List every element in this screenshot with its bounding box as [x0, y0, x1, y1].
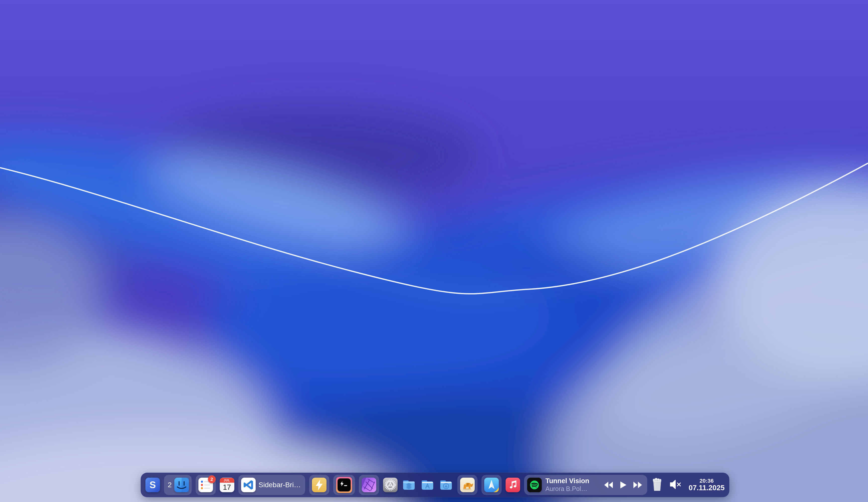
finder-window-count: 2 — [167, 481, 172, 489]
rewind-icon — [604, 481, 613, 489]
fast-forward-icon — [633, 481, 642, 489]
affinity-photo-group[interactable] — [359, 475, 379, 495]
trash-full-icon — [651, 478, 663, 491]
desktop: S 2 — [0, 0, 868, 502]
clock-time: 20:36 — [700, 478, 714, 484]
clock[interactable]: 20:36 07.11.2025 — [689, 478, 725, 492]
spark-mail-icon[interactable] — [484, 478, 499, 492]
terminal-prompt-icon — [338, 478, 351, 491]
spotify-icon[interactable] — [527, 478, 542, 492]
vscode-icon[interactable] — [241, 478, 256, 492]
clock-date: 07.11.2025 — [689, 484, 725, 492]
play-icon — [620, 481, 627, 489]
finder-face-icon — [174, 478, 189, 492]
dock: S 2 — [141, 473, 730, 497]
finder-window-group[interactable]: 2 — [164, 475, 192, 495]
spark-mail-group[interactable] — [482, 475, 502, 495]
folder-downloads-glyph — [439, 478, 453, 492]
affinity-photo-icon[interactable] — [362, 478, 376, 492]
folder-applications-glyph — [420, 478, 435, 492]
system-settings-icon[interactable] — [383, 478, 397, 492]
folder-stack-icon[interactable] — [402, 478, 416, 492]
playback-controls — [604, 481, 642, 489]
origami-elephant-icon[interactable] — [460, 478, 475, 492]
terminal-group[interactable] — [333, 475, 355, 495]
lightning-bolt-icon — [312, 478, 327, 492]
speaker-mute-icon — [669, 479, 683, 490]
finder-icon[interactable] — [174, 478, 189, 492]
aperture-icon — [362, 478, 376, 492]
origami-elephant-group[interactable] — [457, 475, 477, 495]
vscode-window-title: Sidebar-Bri… — [258, 481, 302, 489]
terminal-screen — [338, 478, 351, 491]
now-playing-text: Tunnel Vision Aurora B.Pol… — [546, 477, 599, 492]
calendar-day: 17 — [220, 483, 234, 492]
calendar-month: JUL — [220, 478, 234, 483]
spotify-logo-icon — [527, 478, 542, 492]
reminders-icon[interactable]: 2 — [198, 478, 213, 492]
volume-muted-icon[interactable] — [669, 479, 683, 491]
reminders-group[interactable]: 2 — [196, 475, 216, 495]
track-artist: Aurora B.Pol… — [546, 485, 599, 493]
folder-stack-glyph — [402, 478, 416, 492]
s-app-glyph: S — [149, 480, 156, 490]
now-playing-widget[interactable]: Tunnel Vision Aurora B.Pol… — [524, 475, 647, 495]
reminders-badge: 2 — [208, 475, 216, 483]
wallpaper-image — [0, 0, 868, 502]
music-note-icon — [506, 478, 520, 492]
s-app-icon[interactable]: S — [145, 478, 160, 492]
lightning-app-group[interactable] — [309, 475, 329, 495]
folder-applications-icon[interactable] — [420, 478, 435, 492]
folder-downloads-icon[interactable] — [439, 478, 453, 492]
play-button[interactable] — [620, 481, 627, 489]
next-track-button[interactable] — [633, 481, 642, 489]
elephant-glyph — [460, 478, 475, 492]
vscode-logo-icon — [243, 479, 254, 490]
previous-track-button[interactable] — [604, 481, 613, 489]
vscode-window-group[interactable]: Sidebar-Bri… — [238, 475, 305, 495]
apple-music-icon[interactable] — [506, 478, 520, 492]
lightning-app-icon[interactable] — [312, 478, 327, 492]
track-title: Tunnel Vision — [546, 477, 599, 485]
gear-icon — [383, 478, 397, 492]
paper-plane-icon — [484, 478, 499, 492]
calendar-icon[interactable]: JUL 17 — [220, 478, 234, 492]
terminal-icon[interactable] — [336, 477, 352, 493]
trash-icon[interactable] — [651, 478, 663, 492]
dock-status-area: 20:36 07.11.2025 — [651, 478, 726, 492]
